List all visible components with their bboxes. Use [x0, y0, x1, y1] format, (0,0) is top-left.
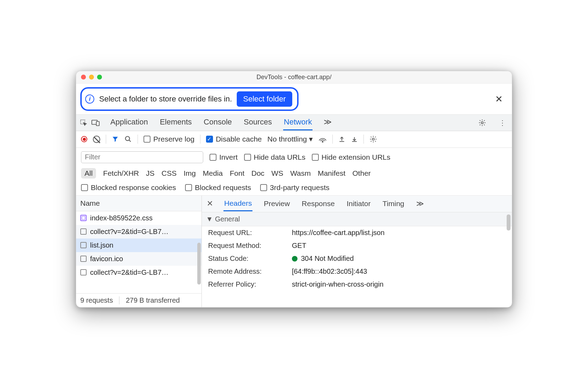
svg-point-4 — [125, 136, 130, 141]
throttling-select[interactable]: No throttling▾ — [267, 135, 313, 143]
settings-gear-icon[interactable] — [478, 119, 490, 127]
close-detail-button[interactable]: ✕ — [207, 199, 213, 208]
filter-js[interactable]: JS — [146, 169, 155, 177]
kv-key: Status Code: — [208, 255, 281, 263]
preserve-log-checkbox[interactable]: Preserve log — [144, 135, 194, 143]
kv-row: Status Code:304 Not Modified — [202, 252, 512, 265]
request-row[interactable]: collect?v=2&tid=G-LB7… — [76, 225, 201, 239]
xhr-file-icon — [80, 242, 87, 248]
toolbar-separator — [106, 135, 106, 144]
tab-sources[interactable]: Sources — [243, 115, 273, 130]
kv-value: GET — [292, 242, 306, 250]
blocked-requests-checkbox[interactable]: Blocked requests — [185, 183, 251, 192]
filter-img[interactable]: Img — [184, 169, 196, 177]
kv-row: Remote Address:[64:ff9b::4b02:3c05]:443 — [202, 265, 512, 278]
kv-value: strict-origin-when-cross-origin — [292, 280, 383, 288]
css-file-icon — [80, 215, 87, 221]
request-name: collect?v=2&tid=G-LB7… — [90, 228, 169, 236]
request-name: favicon.ico — [90, 255, 123, 263]
tab-elements[interactable]: Elements — [159, 115, 193, 130]
select-folder-button[interactable]: Select folder — [237, 91, 292, 107]
request-rows: index-b859522e.css collect?v=2&tid=G-LB7… — [76, 211, 201, 293]
type-filter-row: All Fetch/XHR JS CSS Img Media Font Doc … — [81, 168, 507, 179]
hide-data-label: Hide data URLs — [254, 153, 306, 161]
detail-tab-more-icon[interactable]: ≫ — [416, 197, 425, 211]
kv-row: Request URL:https://coffee-cart.app/list… — [202, 226, 512, 239]
svg-rect-2 — [96, 121, 99, 126]
upload-har-icon[interactable] — [338, 135, 345, 143]
filter-manifest[interactable]: Manifest — [318, 169, 345, 177]
window-title: DevTools - coffee-cart.app/ — [76, 74, 512, 81]
hide-extension-urls-checkbox[interactable]: Hide extension URLs — [312, 153, 390, 161]
svg-point-6 — [372, 138, 374, 140]
inspect-element-icon[interactable] — [80, 119, 91, 127]
detail-tab-preview[interactable]: Preview — [263, 197, 291, 211]
network-split-view: Name index-b859522e.css collect?v=2&tid=… — [76, 196, 512, 307]
filter-doc[interactable]: Doc — [251, 169, 264, 177]
network-conditions-icon[interactable] — [318, 136, 327, 143]
request-row[interactable]: index-b859522e.css — [76, 211, 201, 225]
filter-fetchxhr[interactable]: Fetch/XHR — [103, 169, 139, 177]
kv-row: Referrer Policy:strict-origin-when-cross… — [202, 278, 512, 291]
tab-network[interactable]: Network — [283, 115, 313, 130]
hide-data-urls-checkbox[interactable]: Hide data URLs — [244, 153, 306, 161]
throttling-value: No throttling — [267, 135, 307, 143]
request-row[interactable]: favicon.ico — [76, 252, 201, 266]
preserve-log-label: Preserve log — [153, 135, 194, 143]
column-header-name[interactable]: Name — [76, 196, 201, 211]
detail-tab-timing[interactable]: Timing — [382, 197, 405, 211]
request-statusbar: 9 requests 279 B transferred — [76, 293, 201, 307]
detail-tab-initiator[interactable]: Initiator — [346, 197, 372, 211]
kebab-menu-icon[interactable]: ⋮ — [497, 119, 508, 127]
scrollbar-thumb[interactable] — [197, 243, 201, 285]
xhr-file-icon — [80, 269, 87, 275]
record-button[interactable] — [81, 136, 87, 142]
invert-checkbox[interactable]: Invert — [210, 153, 238, 161]
kv-value: https://coffee-cart.app/list.json — [292, 229, 384, 237]
scrollbar-thumb[interactable] — [507, 214, 510, 230]
tab-console[interactable]: Console — [203, 115, 233, 130]
kv-key: Request Method: — [208, 242, 281, 250]
kv-row: Request Method:GET — [202, 239, 512, 252]
override-message: Select a folder to store override files … — [99, 94, 232, 104]
request-list-pane: Name index-b859522e.css collect?v=2&tid=… — [76, 196, 202, 307]
kv-key: Referrer Policy: — [208, 280, 281, 288]
filter-css[interactable]: CSS — [162, 169, 177, 177]
filter-wasm[interactable]: Wasm — [290, 169, 311, 177]
detail-tab-headers[interactable]: Headers — [223, 196, 252, 211]
blocked-cookies-checkbox[interactable]: Blocked response cookies — [81, 183, 176, 192]
filter-input[interactable] — [81, 151, 203, 163]
filter-media[interactable]: Media — [203, 169, 223, 177]
filter-all[interactable]: All — [81, 168, 96, 179]
search-icon[interactable] — [124, 135, 132, 143]
toolbar-separator — [138, 135, 138, 144]
section-title: General — [215, 215, 240, 223]
kv-value: [64:ff9b::4b02:3c05]:443 — [292, 267, 367, 275]
general-section-header[interactable]: ▼ General — [202, 212, 512, 226]
main-tabstrip: Application Elements Console Sources Net… — [76, 114, 512, 131]
network-settings-icon[interactable] — [369, 135, 377, 143]
kv-key: Remote Address: — [208, 267, 281, 275]
disable-cache-checkbox[interactable]: ✓Disable cache — [206, 135, 262, 143]
detail-tab-response[interactable]: Response — [301, 197, 336, 211]
hide-ext-label: Hide extension URLs — [322, 153, 390, 161]
invert-label: Invert — [219, 153, 238, 161]
device-toggle-icon[interactable] — [91, 119, 103, 126]
filter-bar: Invert Hide data URLs Hide extension URL… — [76, 148, 512, 196]
request-detail-pane: ✕ Headers Preview Response Initiator Tim… — [202, 196, 512, 307]
override-infobar-row: i Select a folder to store override file… — [76, 84, 512, 114]
request-row[interactable]: collect?v=2&tid=G-LB7… — [76, 266, 201, 279]
dismiss-infobar-button[interactable]: ✕ — [491, 94, 507, 104]
filter-toggle-icon[interactable] — [112, 136, 119, 143]
tab-more-icon[interactable]: ≫ — [323, 115, 332, 130]
request-row[interactable]: list.json — [76, 239, 201, 252]
third-party-checkbox[interactable]: 3rd-party requests — [260, 183, 329, 192]
filter-other[interactable]: Other — [352, 169, 371, 177]
download-har-icon[interactable] — [351, 135, 358, 143]
extra-filter-row: Blocked response cookies Blocked request… — [81, 183, 507, 192]
tab-application[interactable]: Application — [110, 115, 149, 130]
clear-button[interactable] — [93, 136, 100, 143]
filter-font[interactable]: Font — [230, 169, 244, 177]
filter-ws[interactable]: WS — [271, 169, 283, 177]
kv-key: Request URL: — [208, 229, 281, 237]
